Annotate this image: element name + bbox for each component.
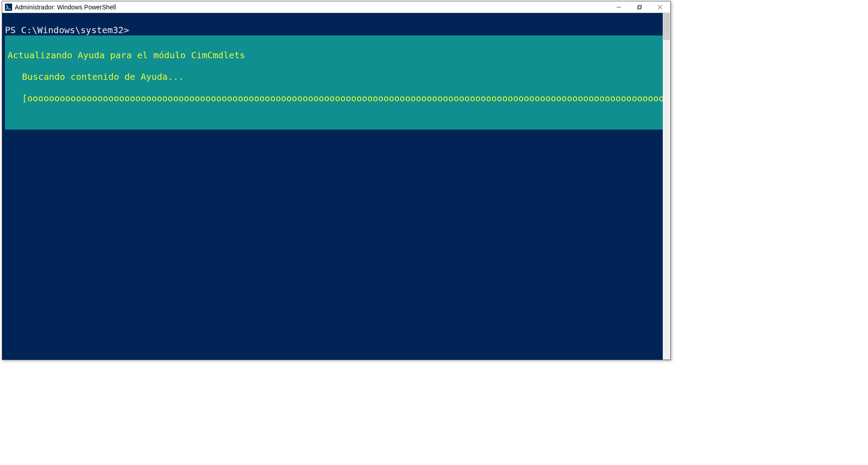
window-controls — [609, 1, 670, 13]
progress-panel: Actualizando Ayuda para el módulo CimCmd… — [5, 35, 668, 130]
powershell-icon — [5, 4, 12, 11]
close-button[interactable] — [650, 1, 670, 13]
titlebar[interactable]: Administrador: Windows PowerShell — [2, 1, 670, 13]
svg-rect-3 — [638, 6, 641, 9]
progress-status: Buscando contenido de Ayuda... — [8, 71, 665, 82]
scrollbar-thumb[interactable] — [663, 13, 670, 40]
progress-title: Actualizando Ayuda para el módulo CimCmd… — [8, 50, 665, 61]
minimize-button[interactable] — [609, 1, 629, 13]
maximize-button[interactable] — [629, 1, 650, 13]
titlebar-left: Administrador: Windows PowerShell — [2, 4, 116, 11]
close-icon — [658, 5, 662, 9]
minimize-icon — [617, 5, 621, 9]
client-area: PS C:\Windows\system32> PS C:\Windows\sy… — [2, 13, 670, 360]
window-title: Administrador: Windows PowerShell — [15, 4, 116, 11]
maximize-icon — [637, 5, 642, 9]
vertical-scrollbar[interactable] — [663, 13, 670, 360]
powershell-window: Administrador: Windows PowerShell — [2, 1, 671, 360]
svg-rect-4 — [639, 5, 642, 8]
scrollbar-track[interactable] — [663, 13, 670, 360]
progress-bar: [ooooooooooooooooooooooooooooooooooooooo… — [8, 93, 665, 104]
prompt-line: PS C:\Windows\system32> — [5, 25, 129, 35]
